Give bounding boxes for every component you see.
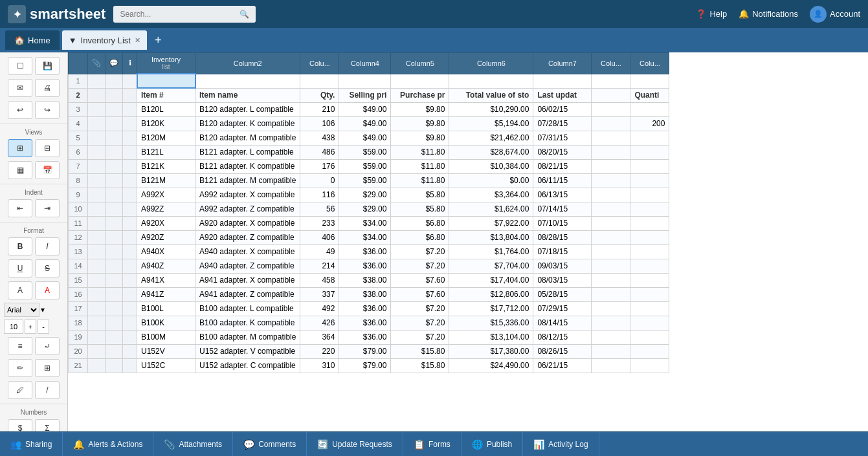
- comment-cell[interactable]: [106, 116, 123, 131]
- save-button[interactable]: 💾: [35, 57, 60, 75]
- col8-cell[interactable]: [592, 173, 630, 188]
- item-num-cell[interactable]: A992X: [137, 188, 195, 202]
- strikethrough-button[interactable]: S: [35, 259, 60, 277]
- alerts-tab[interactable]: 🔔 Alerts & Actions: [63, 432, 153, 456]
- purchase-cell[interactable]: $5.80: [391, 202, 449, 216]
- total-cell[interactable]: $17,404.00: [449, 273, 533, 287]
- purchase-cell[interactable]: $15.80: [391, 358, 449, 373]
- item-name-cell[interactable]: B120 adapter. L compatible: [195, 102, 300, 116]
- header-item-num[interactable]: Item #: [137, 88, 195, 102]
- col8-cell[interactable]: [592, 188, 630, 202]
- selling-cell[interactable]: $36.00: [339, 244, 391, 259]
- comment-cell[interactable]: [106, 159, 123, 173]
- qty2-cell[interactable]: [630, 259, 669, 273]
- row-num-cell[interactable]: 4: [69, 116, 88, 131]
- clear-format-button[interactable]: /: [35, 381, 60, 399]
- purchase-cell[interactable]: $7.20: [391, 244, 449, 259]
- item-num-cell[interactable]: A920X: [137, 216, 195, 230]
- comment-cell[interactable]: [106, 316, 123, 330]
- comment-cell[interactable]: [106, 358, 123, 373]
- item-num-cell[interactable]: A992Z: [137, 202, 195, 216]
- date-cell[interactable]: 08/20/15: [533, 145, 592, 159]
- card-view-button[interactable]: ⊟: [35, 139, 60, 157]
- item-name-cell[interactable]: B100 adapter. M compatible: [195, 330, 300, 344]
- cell-1-8[interactable]: [592, 74, 630, 88]
- purchase-cell[interactable]: $9.80: [391, 116, 449, 131]
- selling-cell[interactable]: $49.00: [339, 102, 391, 116]
- col8-cell[interactable]: [592, 131, 630, 145]
- selling-cell[interactable]: $38.00: [339, 273, 391, 287]
- purchase-cell[interactable]: $7.20: [391, 259, 449, 273]
- date-cell[interactable]: 07/18/15: [533, 244, 592, 259]
- total-cell[interactable]: $7,704.00: [449, 259, 533, 273]
- comment-cell[interactable]: [106, 216, 123, 230]
- item-name-cell[interactable]: B100 adapter. L compatible: [195, 301, 300, 316]
- row-num-cell[interactable]: 7: [69, 159, 88, 173]
- qty-cell[interactable]: 176: [300, 159, 339, 173]
- outdent-button[interactable]: ⇤: [8, 199, 32, 217]
- row-num-cell[interactable]: 16: [69, 287, 88, 301]
- row-num-cell[interactable]: 3: [69, 102, 88, 116]
- row-num-cell[interactable]: 8: [69, 173, 88, 188]
- comment-cell[interactable]: [106, 287, 123, 301]
- italic-button[interactable]: I: [35, 237, 60, 255]
- qty-cell[interactable]: 458: [300, 273, 339, 287]
- qty2-cell[interactable]: [630, 330, 669, 344]
- col-header-4[interactable]: Column4: [339, 53, 391, 74]
- attachment-cell[interactable]: [88, 244, 106, 259]
- purchase-cell[interactable]: $5.80: [391, 188, 449, 202]
- total-cell[interactable]: $13,104.00: [449, 330, 533, 344]
- cell-format-button[interactable]: ⊞: [35, 359, 60, 377]
- col-header-3[interactable]: Colu...: [300, 53, 339, 74]
- item-name-cell[interactable]: B121 adapter. M compatible: [195, 173, 300, 188]
- info-cell[interactable]: [123, 358, 137, 373]
- activity-log-tab[interactable]: 📊 Activity Log: [523, 432, 599, 456]
- qty-cell[interactable]: 106: [300, 116, 339, 131]
- item-name-cell[interactable]: B100 adapter. K compatible: [195, 316, 300, 330]
- header-qty2[interactable]: Quanti: [630, 88, 669, 102]
- qty2-cell[interactable]: [630, 216, 669, 230]
- row-num-cell[interactable]: 14: [69, 259, 88, 273]
- qty2-cell[interactable]: [630, 188, 669, 202]
- font-select[interactable]: Arial: [4, 303, 39, 317]
- purchase-cell[interactable]: $11.80: [391, 145, 449, 159]
- selling-cell[interactable]: $79.00: [339, 358, 391, 373]
- purchase-cell[interactable]: $7.20: [391, 301, 449, 316]
- qty-cell[interactable]: 210: [300, 102, 339, 116]
- total-cell[interactable]: $0.00: [449, 173, 533, 188]
- total-cell[interactable]: $17,380.00: [449, 344, 533, 358]
- purchase-cell[interactable]: $6.80: [391, 230, 449, 244]
- col8-cell[interactable]: [592, 244, 630, 259]
- attachment-cell[interactable]: [88, 202, 106, 216]
- qty-cell[interactable]: 426: [300, 316, 339, 330]
- selling-cell[interactable]: $59.00: [339, 159, 391, 173]
- comment-cell[interactable]: [106, 330, 123, 344]
- undo-button[interactable]: ↩: [8, 101, 32, 119]
- row-num-cell[interactable]: 18: [69, 316, 88, 330]
- qty2-cell[interactable]: [630, 358, 669, 373]
- selling-cell[interactable]: $29.00: [339, 202, 391, 216]
- paint-button[interactable]: 🖊: [8, 381, 32, 399]
- header-purchase[interactable]: Purchase pr: [391, 88, 449, 102]
- selling-cell[interactable]: $38.00: [339, 287, 391, 301]
- item-num-cell[interactable]: B100K: [137, 316, 195, 330]
- qty-cell[interactable]: 337: [300, 287, 339, 301]
- gantt-view-button[interactable]: ▦: [8, 161, 32, 179]
- comment-cell[interactable]: [106, 230, 123, 244]
- total-cell[interactable]: $24,490.00: [449, 358, 533, 373]
- attachment-cell[interactable]: [88, 159, 106, 173]
- selling-cell[interactable]: $49.00: [339, 131, 391, 145]
- item-num-cell[interactable]: B121M: [137, 173, 195, 188]
- item-num-cell[interactable]: B120L: [137, 102, 195, 116]
- header-selling[interactable]: Selling pri: [339, 88, 391, 102]
- row-num-cell[interactable]: 11: [69, 216, 88, 230]
- qty-cell[interactable]: 116: [300, 188, 339, 202]
- item-name-cell[interactable]: A992 adapter. X compatible: [195, 188, 300, 202]
- total-cell[interactable]: $28,674.00: [449, 145, 533, 159]
- total-cell[interactable]: $10,384.00: [449, 159, 533, 173]
- attachment-cell[interactable]: [88, 230, 106, 244]
- attachment-cell[interactable]: [88, 216, 106, 230]
- date-cell[interactable]: 06/11/15: [533, 173, 592, 188]
- qty2-cell[interactable]: [630, 287, 669, 301]
- close-tab-button[interactable]: ✕: [135, 36, 140, 45]
